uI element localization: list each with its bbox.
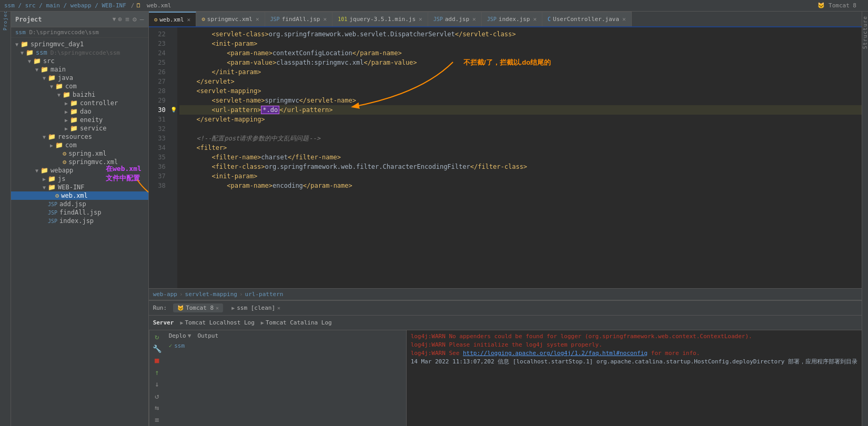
tab-close-icon[interactable]: ✕ bbox=[533, 16, 537, 23]
xml-icon: ⚙ bbox=[63, 150, 66, 157]
bottom-left-panel: Deplo ▼ Output ✓ ssm bbox=[165, 330, 407, 426]
tree-item[interactable]: ▶ JSP index.jsp bbox=[11, 217, 148, 225]
tree-item[interactable]: ▶ 📁 com bbox=[11, 141, 148, 149]
tree-item[interactable]: ▶ JSP findAll.jsp bbox=[11, 208, 148, 217]
tree-label: baizhi bbox=[73, 91, 95, 98]
tree-item[interactable]: ▶ ⚙ springmvc.xml bbox=[11, 158, 148, 166]
folder-icon: 📁 bbox=[48, 133, 56, 140]
tree-item[interactable]: ▶ 📁 controller bbox=[11, 99, 148, 107]
stop-btn[interactable]: ■ bbox=[151, 356, 163, 365]
top-separator: / bbox=[131, 2, 135, 9]
tree-label: web.xml bbox=[61, 192, 88, 199]
tab-jsp-icon: JSP bbox=[433, 16, 443, 22]
output-btn[interactable]: Output bbox=[197, 332, 218, 339]
tab-close-icon[interactable]: ✕ bbox=[187, 16, 191, 23]
tab-findall-jsp[interactable]: JSP findAll.jsp ✕ bbox=[265, 12, 333, 26]
deploy-label: Deplo bbox=[169, 332, 186, 339]
tab-close-icon[interactable]: ✕ bbox=[472, 16, 476, 23]
arrows-btn[interactable]: ⇆ bbox=[151, 403, 163, 412]
tree-item[interactable]: ▼ 📁 resources bbox=[11, 133, 148, 141]
folder-icon: 📁 bbox=[48, 74, 56, 82]
project-header: Project ▼ ⊕ ≡ ⚙ — bbox=[11, 12, 148, 27]
arrow-icon: ▶ bbox=[41, 176, 48, 182]
refresh-btn[interactable]: ↺ bbox=[151, 392, 163, 401]
tree-item-webxml[interactable]: ▶ ⚙ web.xml bbox=[11, 191, 148, 200]
tab-web-xml[interactable]: ⚙ web.xml ✕ bbox=[149, 12, 197, 26]
deploy-dropdown-btn[interactable]: Deplo ▼ bbox=[169, 332, 191, 339]
tree-item[interactable]: ▼ 📁 src bbox=[11, 57, 148, 65]
project-tree: ▼ 📁 springmvc_day1 ▼ 📁 ssm D:\springmvcc… bbox=[11, 38, 148, 426]
tree-item[interactable]: ▶ 📁 js bbox=[11, 175, 148, 183]
code-line-35: <filter-name>charset</filter-name> bbox=[179, 153, 862, 162]
tree-item[interactable]: ▶ 📁 service bbox=[11, 124, 148, 133]
tree-item[interactable]: ▶ 📁 eneity bbox=[11, 116, 148, 124]
tab-usercontroller[interactable]: C UserController.java ✕ bbox=[542, 12, 632, 26]
server-btn[interactable]: Server bbox=[153, 319, 174, 326]
tree-item[interactable]: ▼ 📁 baizhi bbox=[11, 90, 148, 99]
deploy-row: ✓ ssm bbox=[169, 342, 402, 349]
menu-btn[interactable]: ≡ bbox=[151, 415, 163, 424]
bottom-tab-tomcat[interactable]: 🐱 Tomcat 8 ✕ bbox=[173, 303, 223, 312]
project-panel: Project ▼ ⊕ ≡ ⚙ — ssm D:\springmvccode\s… bbox=[11, 12, 149, 426]
code-line-26: </init-param> bbox=[179, 67, 862, 77]
tab-close-icon[interactable]: ✕ bbox=[277, 305, 280, 311]
xml-file-icon: ⚙ bbox=[55, 192, 59, 199]
tree-item[interactable]: ▼ 📁 com bbox=[11, 82, 148, 90]
bottom-toolbar: Server ▶ Tomcat Localhost Log ▶ Tomcat C… bbox=[149, 316, 862, 330]
scroll-icon[interactable]: ≡ bbox=[125, 15, 129, 23]
catalina-log-btn[interactable]: ▶ Tomcat Catalina Log bbox=[261, 319, 332, 326]
folder-icon: 📁 bbox=[55, 83, 63, 90]
arrow-icon: ▼ bbox=[41, 185, 48, 190]
code-content[interactable]: <servlet-class>org.springframework.web.s… bbox=[177, 27, 862, 288]
wrench-icon[interactable]: 🔧 bbox=[151, 344, 163, 353]
tree-item[interactable]: ▶ JSP add.jsp bbox=[11, 200, 148, 208]
tab-jquery[interactable]: 101 jquery-3.5.1.min.js ✕ bbox=[332, 12, 428, 26]
tab-label: springmvc.xml bbox=[207, 16, 253, 23]
deploy-up-btn[interactable]: ↑ bbox=[151, 368, 163, 377]
tab-xml-icon: ⚙ bbox=[154, 16, 158, 23]
arrow-icon: ▼ bbox=[55, 92, 63, 98]
tree-item[interactable]: ▶ 📁 dao bbox=[11, 107, 148, 116]
console-line: log4j:WARN Please initialize the log4j s… bbox=[411, 341, 857, 349]
tree-item[interactable]: ▼ 📁 ssm D:\springmvccode\ssm bbox=[11, 48, 148, 57]
code-line-32 bbox=[179, 124, 862, 134]
locate-icon[interactable]: ⊕ bbox=[118, 15, 122, 23]
folder-icon: 📁 bbox=[70, 116, 78, 124]
tree-label: controller bbox=[80, 99, 118, 107]
tree-item[interactable]: ▼ 📁 webapp bbox=[11, 166, 148, 175]
tab-label: web.xml bbox=[159, 16, 184, 23]
tree-label: resources bbox=[58, 133, 92, 140]
tree-label: js bbox=[58, 175, 65, 182]
tree-item[interactable]: ▶ ⚙ spring.xml bbox=[11, 149, 148, 158]
tab-jsp-icon: JSP bbox=[270, 16, 280, 22]
minimize-icon[interactable]: — bbox=[140, 15, 144, 23]
tree-label: WEB-INF bbox=[58, 184, 85, 191]
project-path-full: D:\springmvccode\ssm bbox=[29, 29, 99, 36]
undeploy-btn[interactable]: ↓ bbox=[151, 380, 163, 389]
folder-icon: 📁 bbox=[26, 49, 34, 56]
bottom-tab-ssm[interactable]: ▶ ssm [clean] ✕ bbox=[227, 303, 285, 312]
code-panel: ⚙ web.xml ✕ ⚙ springmvc.xml ✕ JSP findAl… bbox=[149, 12, 862, 300]
console-line: log4j:WARN No appenders could be found f… bbox=[411, 332, 857, 341]
tab-close-icon[interactable]: ✕ bbox=[622, 16, 626, 23]
tab-springmvc-xml[interactable]: ⚙ springmvc.xml ✕ bbox=[196, 12, 265, 26]
console-link[interactable]: http://logging.apache.org/log4j/1.2/faq.… bbox=[463, 350, 648, 357]
tree-item[interactable]: ▼ 📁 springmvc_day1 bbox=[11, 40, 148, 48]
tab-close-icon[interactable]: ✕ bbox=[419, 16, 422, 23]
tree-item[interactable]: ▼ 📁 WEB-INF bbox=[11, 183, 148, 191]
localhost-log-btn[interactable]: ▶ Tomcat Localhost Log bbox=[180, 319, 254, 326]
arrow-icon: ▼ bbox=[41, 134, 48, 140]
gear-icon[interactable]: ⚙ bbox=[133, 15, 137, 23]
tab-index-jsp[interactable]: JSP index.jsp ✕ bbox=[482, 12, 542, 26]
sidebar-project-btn[interactable]: Project bbox=[0, 14, 11, 24]
tab-close-icon[interactable]: ✕ bbox=[256, 16, 259, 23]
code-editor[interactable]: 22 23 24 25 26 27 28 29 30 31 32 33 34 3… bbox=[149, 27, 862, 288]
tab-close-icon[interactable]: ✕ bbox=[216, 305, 219, 311]
restart-btn[interactable]: ↻ bbox=[151, 332, 163, 341]
tab-close-icon[interactable]: ✕ bbox=[324, 16, 327, 23]
tree-item[interactable]: ▼ 📁 java bbox=[11, 74, 148, 82]
tab-js-icon: 101 bbox=[338, 16, 347, 22]
tab-label: UserController.java bbox=[553, 16, 619, 23]
tree-item[interactable]: ▼ 📁 main bbox=[11, 65, 148, 74]
tab-add-jsp[interactable]: JSP add.jsp ✕ bbox=[428, 12, 482, 26]
